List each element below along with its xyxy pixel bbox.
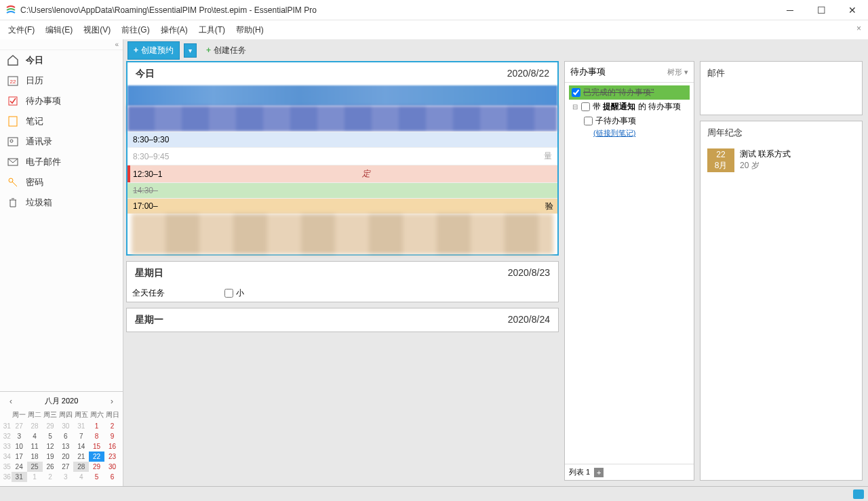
add-list-button[interactable]: + [594,468,604,477]
sidebar-item-trash[interactable]: 垃圾箱 [0,193,123,213]
sidebar-item-mail[interactable]: 电子邮件 [0,152,123,172]
event-time: 12:30–1 [133,169,180,179]
sidebar-collapse-icon[interactable]: « [0,39,123,50]
minical-day[interactable]: 3 [58,472,73,482]
minical-day[interactable]: 25 [27,462,43,472]
minical-day[interactable]: 30 [58,421,73,431]
event-row[interactable]: 8:30–9:45 量 [127,147,557,165]
event-blurred[interactable] [127,106,557,132]
minical-day[interactable]: 5 [43,431,58,441]
task-checkbox[interactable] [224,289,233,298]
todo-list-tabs: 列表 1 + [565,464,694,480]
minical-day[interactable]: 4 [73,472,89,482]
minical-day[interactable]: 29 [43,421,58,431]
sidebar-item-calendar[interactable]: 22 日历 [0,71,123,91]
sidebar-item-contacts[interactable]: 通讯录 [0,132,123,152]
todo-item-child[interactable]: 子待办事项 [581,114,690,128]
menu-action[interactable]: 操作(A) [155,22,193,39]
minical-day[interactable]: 10 [12,441,27,452]
minical-day[interactable]: 31 [73,421,89,431]
menu-view[interactable]: 视图(V) [78,22,116,39]
close-button[interactable]: ✕ [837,0,868,20]
minical-day[interactable]: 2 [43,472,58,482]
menu-file[interactable]: 文件(F) [3,22,40,39]
minical-day[interactable]: 19 [43,452,58,462]
minical-day[interactable]: 30 [104,462,120,472]
day-date: 2020/8/24 [508,314,550,326]
day-card-monday: 星期一 2020/8/24 [126,308,559,332]
sidebar-item-today[interactable]: 今日 [0,50,123,71]
status-bar [0,486,868,501]
minical-prev[interactable]: ‹ [5,397,16,406]
menu-goto[interactable]: 前往(G) [116,22,155,39]
todo-item[interactable]: ⊟ 带 提醒通知 的 待办事项 [569,100,690,114]
minical-day[interactable]: 13 [58,441,73,452]
minical-day[interactable]: 21 [73,452,89,462]
event-row[interactable]: 12:30–1 定 [127,165,557,182]
sidebar-item-label: 今日 [26,54,43,66]
minical-day[interactable]: 1 [89,421,104,431]
todo-checkbox[interactable] [572,88,580,97]
minical-next[interactable]: › [106,397,117,406]
minical-day[interactable]: 27 [12,421,27,431]
anniversary-item[interactable]: 22 8月 测试 联系方式 20 岁 [701,144,862,176]
minical-day[interactable]: 17 [12,452,27,462]
minical-day[interactable]: 29 [89,462,104,472]
event-blurred[interactable] [127,85,557,106]
maximize-button[interactable]: ☐ [806,0,837,20]
todo-link-notes[interactable]: (链接到笔记) [593,128,690,138]
todo-checkbox[interactable] [584,117,593,125]
minical-day[interactable]: 9 [104,431,120,441]
minical-day[interactable]: 27 [58,462,73,472]
minical-day[interactable]: 15 [89,441,104,452]
todo-view-dropdown[interactable]: 树形 ▾ [667,67,688,77]
todo-panel: 待办事项 树形 ▾ 已完成的"待办事项" ⊟ 带 提醒通知 的 待办事项 [564,61,694,481]
event-row[interactable]: 14:30– [127,182,557,198]
minical-day[interactable]: 11 [27,441,43,452]
minimize-button[interactable]: ─ [774,0,806,20]
minical-day[interactable]: 3 [12,431,27,441]
minical-day[interactable]: 20 [58,452,73,462]
minical-day[interactable]: 1 [27,472,43,482]
minical-day[interactable]: 12 [43,441,58,452]
list-tab[interactable]: 列表 1 [569,467,590,477]
tree-collapse-icon[interactable]: ⊟ [572,103,578,111]
sidebar-item-passwords[interactable]: 密码 [0,172,123,193]
minical-day[interactable]: 31 [12,472,27,482]
minical-day[interactable]: 16 [104,441,120,452]
anniversary-date-badge: 22 8月 [707,148,734,172]
menu-edit[interactable]: 编辑(E) [40,22,78,39]
minical-day[interactable]: 8 [89,431,104,441]
new-appointment-dropdown[interactable]: ▾ [184,43,197,58]
minical-day[interactable]: 22 [89,452,104,462]
svg-point-5 [10,140,13,142]
minical-day[interactable]: 28 [27,421,43,431]
minical-day[interactable]: 6 [58,431,73,441]
event-row[interactable]: 8:30–9:30 [127,132,557,147]
minical-day[interactable]: 4 [27,431,43,441]
minical-day[interactable]: 18 [27,452,43,462]
event-row[interactable]: 17:00– 验 [127,198,557,214]
sidebar-item-todo[interactable]: 待办事项 [0,91,123,111]
minical-month-label[interactable]: 八月 2020 [16,396,106,406]
menu-tools[interactable]: 工具(T) [193,22,231,39]
sidebar-item-notes[interactable]: 笔记 [0,111,123,132]
minical-day[interactable]: 23 [104,452,120,462]
minical-day[interactable]: 24 [12,462,27,472]
minical-day[interactable]: 28 [73,462,89,472]
new-task-button[interactable]: + 创建任务 [201,42,252,59]
minical-day[interactable]: 14 [73,441,89,452]
minical-day[interactable]: 6 [104,472,120,482]
tab-close-icon[interactable]: × [852,22,865,35]
minical-day[interactable]: 2 [104,421,120,431]
todo-checkbox[interactable] [581,102,590,111]
minical-day[interactable]: 7 [73,431,89,441]
minical-day[interactable]: 26 [43,462,58,472]
todo-item-done[interactable]: 已完成的"待办事项" [569,85,690,100]
chat-icon[interactable] [853,489,864,499]
sidebar-item-label: 电子邮件 [26,156,61,168]
menu-help[interactable]: 帮助(H) [231,22,269,39]
allday-row[interactable]: 全天任务 小 [127,285,558,302]
minical-day[interactable]: 5 [89,472,104,482]
new-appointment-button[interactable]: + 创建预约 [127,41,180,60]
